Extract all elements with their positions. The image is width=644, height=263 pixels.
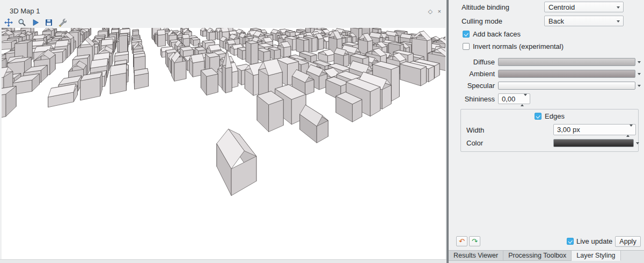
undo-icon: ↶ xyxy=(459,237,465,245)
edges-label: Edges xyxy=(545,112,565,120)
edges-checkbox[interactable] xyxy=(535,113,541,120)
spinner-arrows-icon[interactable] xyxy=(626,127,633,135)
map-toolbar xyxy=(4,18,67,27)
camera-control-icon[interactable] xyxy=(4,18,13,27)
edge-color-button[interactable] xyxy=(553,139,634,147)
chevron-down-icon xyxy=(638,85,641,87)
spinner-arrows-icon[interactable] xyxy=(521,96,527,104)
shininess-spinbox[interactable]: 0,00 xyxy=(498,93,530,104)
diffuse-color-button[interactable] xyxy=(498,58,635,66)
save-image-icon[interactable] xyxy=(44,18,54,27)
diffuse-label: Diffuse xyxy=(449,58,495,66)
add-back-faces-label: Add back faces xyxy=(473,30,521,38)
chevron-down-icon xyxy=(636,142,639,144)
shininess-label: Shininess xyxy=(449,95,495,103)
chevron-down-icon xyxy=(617,6,620,9)
culling-mode-value: Back xyxy=(548,17,564,25)
live-update-checkbox[interactable] xyxy=(567,238,574,245)
add-back-faces-checkbox[interactable] xyxy=(463,31,470,38)
altitude-binding-value: Centroid xyxy=(548,3,575,11)
zoom-full-icon[interactable] xyxy=(17,18,27,27)
edges-groupbox: Edges Width 3,00 px Color xyxy=(460,109,639,152)
apply-button[interactable]: Apply xyxy=(615,236,641,247)
layer-styling-panel: Altitude binding Centroid Culling mode B… xyxy=(449,0,644,250)
undo-button[interactable]: ↶ xyxy=(456,236,467,246)
edge-width-value: 3,00 px xyxy=(557,126,580,134)
invert-normals-label: Invert normals (experimental) xyxy=(473,42,564,50)
chevron-down-icon xyxy=(638,73,641,75)
culling-mode-label: Culling mode xyxy=(462,17,502,25)
configure-icon[interactable] xyxy=(57,18,67,27)
live-update-label: Live update xyxy=(576,237,612,245)
3d-map-viewport[interactable] xyxy=(2,28,445,259)
redo-button[interactable]: ↷ xyxy=(469,236,480,246)
chevron-down-icon xyxy=(638,61,641,63)
specular-label: Specular xyxy=(449,82,495,90)
altitude-binding-dropdown[interactable]: Centroid xyxy=(544,2,624,12)
edge-width-spinbox[interactable]: 3,00 px xyxy=(553,124,636,135)
ambient-label: Ambient xyxy=(449,70,495,78)
ambient-color-button[interactable] xyxy=(498,70,635,78)
tab-results-viewer[interactable]: Results Viewer xyxy=(449,251,503,261)
3d-map-panel: 3D Map 1 ◇ × xyxy=(0,0,447,263)
shininess-value: 0,00 xyxy=(502,95,515,103)
culling-mode-dropdown[interactable]: Back xyxy=(544,16,624,26)
tab-layer-styling[interactable]: Layer Styling xyxy=(572,251,620,261)
invert-normals-checkbox[interactable] xyxy=(463,43,470,50)
altitude-binding-label: Altitude binding xyxy=(462,3,509,11)
animations-icon[interactable] xyxy=(31,18,40,27)
edges-group-title: Edges xyxy=(535,112,565,120)
bottom-tabbar: Results Viewer Processing Toolbox Layer … xyxy=(449,250,644,263)
apply-label: Apply xyxy=(619,238,636,245)
close-icon[interactable]: × xyxy=(438,8,441,14)
tab-processing-toolbox[interactable]: Processing Toolbox xyxy=(503,251,572,261)
edge-width-label: Width xyxy=(466,126,484,134)
qgis-window: 3D Map 1 ◇ × Altitude binding xyxy=(0,0,644,263)
edge-color-label: Color xyxy=(466,139,483,147)
chevron-down-icon xyxy=(617,20,620,23)
bottom-strip xyxy=(0,259,447,263)
float-icon[interactable]: ◇ xyxy=(428,8,433,15)
panel-title: 3D Map 1 xyxy=(10,7,40,15)
specular-color-button[interactable] xyxy=(498,82,635,90)
redo-icon: ↷ xyxy=(472,237,478,245)
